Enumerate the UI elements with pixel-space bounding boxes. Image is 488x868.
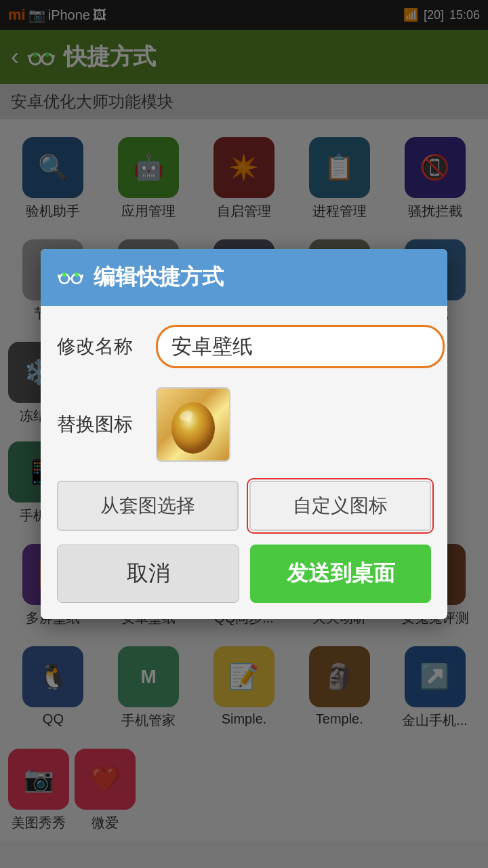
svg-point-14 [171, 402, 215, 454]
dialog-header: 编辑快捷方式 [41, 249, 447, 306]
svg-point-12 [62, 273, 66, 277]
dialog-overlay: 编辑快捷方式 修改名称 替换图标 [0, 0, 488, 868]
egg-icon [166, 394, 220, 455]
svg-line-11 [81, 275, 83, 279]
action-btn-row: 取消 发送到桌面 [57, 545, 431, 603]
cancel-button[interactable]: 取消 [57, 545, 239, 603]
select-icon-button[interactable]: 从套图选择 [57, 481, 239, 531]
send-to-desktop-button[interactable]: 发送到桌面 [250, 545, 431, 603]
dialog-title: 编辑快捷方式 [94, 262, 224, 292]
name-label: 修改名称 [57, 334, 145, 359]
icon-btn-row: 从套图选择 自定义图标 [57, 481, 431, 531]
name-row: 修改名称 [57, 325, 431, 368]
icon-thumbnail[interactable] [156, 387, 230, 462]
custom-icon-button[interactable]: 自定义图标 [249, 481, 431, 531]
icon-label: 替换图标 [57, 412, 145, 437]
svg-point-13 [75, 273, 79, 277]
dialog-glasses-icon [57, 264, 84, 291]
name-input[interactable] [156, 325, 445, 368]
icon-row: 替换图标 [57, 387, 431, 462]
dialog-body: 修改名称 替换图标 [41, 306, 447, 619]
svg-line-10 [58, 275, 60, 279]
edit-shortcut-dialog: 编辑快捷方式 修改名称 替换图标 [41, 249, 447, 619]
